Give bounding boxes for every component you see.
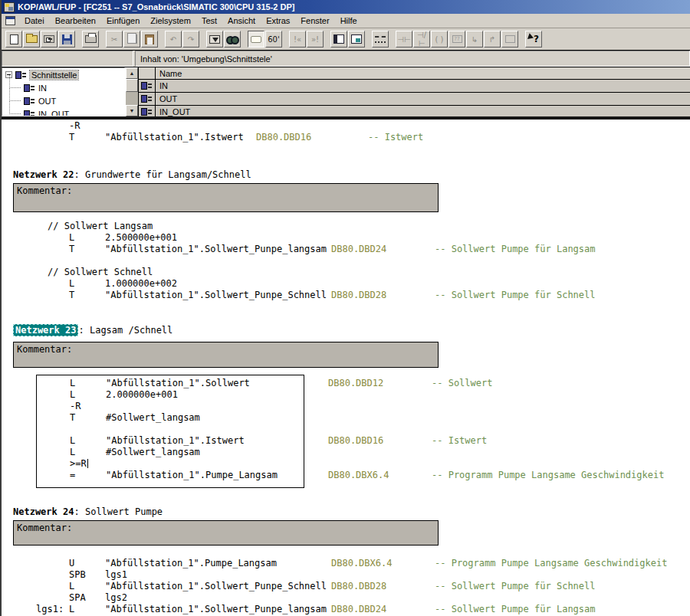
kommentar-label: Kommentar: (17, 523, 72, 533)
network-header: Netzwerk 24: Sollwert Pumpe (13, 506, 163, 519)
code-opcode: T (69, 290, 74, 300)
monitor-button[interactable] (224, 31, 241, 48)
code-opcode: SPB (69, 569, 86, 580)
code-opcode: -R (70, 401, 80, 411)
glasses-icon (226, 36, 239, 43)
title-bar[interactable]: KOP/AWL/FUP - [FC251 -- S7_Osnabrück\SIM… (2, 0, 690, 14)
goto-button[interactable]: 60' (265, 31, 282, 48)
tree-item-label: Schnittstelle (30, 70, 78, 80)
code-line: ="Abfüllstation_1".Pumpe_LangsamDB80.DBX… (37, 470, 304, 481)
jump-prev-icon: !« (294, 35, 301, 44)
new-document-button[interactable] (5, 31, 22, 48)
code-operand: 2.000000e+001 (106, 389, 178, 400)
menu-item[interactable]: Test (196, 15, 222, 27)
menu-item[interactable]: Datei (19, 15, 50, 27)
split-view-button[interactable] (330, 31, 347, 48)
text-cursor (87, 459, 88, 468)
code-block[interactable]: // Sollwert LangsamL2.500000e+001T"Abfül… (2, 221, 690, 301)
table-cell-name: IN (156, 80, 690, 92)
code-operand: #Sollwert_langsam (106, 447, 200, 457)
tree-scrollbar[interactable]: ▲ ▼ (125, 67, 138, 116)
code-line: U"Abfüllstation_1".Pumpe_LangsamDB80.DBX… (2, 558, 690, 569)
code-address: DB80.DBD24 (331, 244, 386, 254)
code-operand: lgs2 (105, 592, 127, 603)
menu-item[interactable]: Zielsystem (145, 15, 196, 27)
network-title-selected[interactable]: Netzwerk 23 (13, 324, 78, 336)
cut-icon: ✂ (111, 35, 117, 44)
print-button[interactable] (82, 31, 99, 48)
save-button[interactable] (58, 31, 75, 48)
code-opcode: T (69, 132, 74, 143)
menu-item[interactable]: Ansicht (222, 15, 261, 27)
table-cell-name: OUT (156, 93, 690, 105)
menu-item[interactable]: Extras (261, 15, 295, 27)
menu-item[interactable]: Bearbeiten (50, 15, 101, 27)
parameter-icon (141, 108, 153, 116)
code-line: SPAlgs2 (2, 592, 690, 604)
scroll-down-button[interactable]: ▼ (126, 105, 138, 116)
code-line: lgs1:L"Abfüllstation_1".Sollwert_Punpe_l… (2, 604, 690, 615)
new-network-button[interactable] (372, 31, 389, 48)
code-comment: -- Sollwert Pumpe für Langsam (435, 604, 596, 614)
interface-panel: Schnittstelle IN OUT IN_OUT ▲ ▼ Name IN … (2, 67, 690, 116)
scrollbar-thumb[interactable] (126, 79, 138, 92)
paste-icon (145, 34, 154, 44)
menu-item[interactable]: Hilfe (335, 15, 363, 27)
table-row[interactable]: IN (139, 80, 690, 93)
menu-item[interactable]: Fenster (295, 15, 334, 27)
open-button[interactable] (23, 31, 40, 48)
download-icon (209, 35, 220, 44)
scroll-up-button[interactable]: ▲ (126, 67, 138, 79)
contact-nc-button: ⊣/⊢ (413, 31, 430, 48)
network-title[interactable]: Netzwerk 22 (13, 169, 74, 180)
code-address: DB80.DBD12 (328, 378, 383, 388)
table-row[interactable]: IN_OUT (139, 106, 690, 116)
help-select-button[interactable]: ? (525, 31, 542, 48)
code-line: T"Abfüllstation_1".Sollwert_Punpe_Schnel… (2, 290, 690, 301)
code-inline-comment: // Sollwert Schnell (48, 267, 153, 277)
child-window-icon[interactable] (5, 16, 15, 25)
tree-item[interactable]: IN_OUT (2, 107, 124, 116)
code-block[interactable]: U"Abfüllstation_1".Pumpe_LangsamDB80.DBX… (2, 558, 690, 615)
code-line: T"Abfüllstation_1".Sollwert_Punpe_langsa… (2, 244, 690, 255)
code-comment: -- Sollwert (432, 378, 492, 388)
menu-item[interactable]: Einfügen (101, 15, 145, 27)
code-editor[interactable]: -RT"Abfüllstation_1".IstwertDB80.DBD16--… (2, 120, 690, 616)
code-opcode: U (69, 558, 74, 568)
code-operand: 2.500000e+001 (105, 232, 177, 243)
code-line: -R (2, 120, 690, 132)
view-toggle-button[interactable] (248, 31, 264, 48)
code-line: L2.500000e+001 (2, 232, 690, 244)
scrollbar-track[interactable] (126, 92, 138, 105)
declaration-table[interactable]: Name IN OUT IN_OUT (138, 67, 690, 116)
network-comment-box[interactable]: Kommentar: (13, 520, 439, 546)
table-row[interactable]: OUT (139, 93, 690, 106)
code-address: DB80.DBD28 (331, 290, 386, 300)
network-comment-box[interactable]: Kommentar: (13, 342, 439, 368)
statement-box[interactable]: L"Abfüllstation_1".SollwertDB80.DBD12-- … (36, 375, 304, 488)
code-operand: "Abfüllstation_1".Sollwert_Punpe_langsam (105, 244, 327, 254)
network-comment-box[interactable]: Kommentar: (13, 183, 439, 212)
view-toggle-icon (251, 36, 261, 43)
accessible-nodes-icon (44, 35, 54, 43)
download-button[interactable] (206, 31, 223, 48)
redo-icon: ↷ (188, 35, 194, 44)
undo-button: ↶ (165, 31, 182, 48)
network-header: Netzwerk 22: Grundwerte für Langsam/Schn… (13, 169, 251, 182)
overview-button[interactable] (348, 31, 365, 48)
code-comment: -- Programm Pumpe Langsame Geschwindigke… (435, 558, 667, 568)
code-operand: 1.000000e+002 (105, 278, 177, 289)
coil-icon: ( ) (435, 35, 444, 44)
code-block[interactable]: -RT"Abfüllstation_1".IstwertDB80.DBD16--… (2, 120, 690, 143)
box-element-icon: ?? (452, 35, 462, 43)
accessible-nodes-button[interactable] (41, 31, 58, 48)
interface-tree[interactable]: Schnittstelle IN OUT IN_OUT (2, 67, 125, 116)
code-line: L"Abfüllstation_1".SollwertDB80.DBD12-- … (37, 378, 304, 389)
network-title[interactable]: Netzwerk 24 (13, 506, 74, 517)
parameter-icon (24, 97, 35, 105)
cut-button: ✂ (106, 31, 123, 48)
jump-prev-button: !« (289, 31, 306, 48)
jump-next-icon: »! (311, 35, 319, 44)
print-icon (85, 35, 97, 43)
code-operand: "Abfüllstation_1".Sollwert_Punpe_langsam (105, 604, 327, 614)
